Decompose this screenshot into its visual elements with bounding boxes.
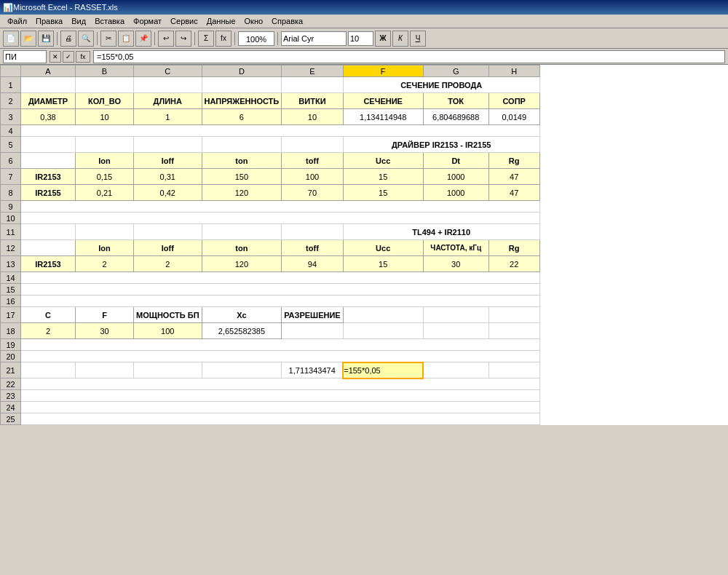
cell-f11-merged[interactable]: TL494 + IR2110 — [343, 224, 539, 240]
italic-button[interactable]: К — [392, 31, 408, 47]
cell-e3[interactable]: 10 — [282, 109, 343, 125]
cell-a12[interactable] — [21, 240, 76, 256]
cell-a13[interactable]: IR2153 — [21, 256, 76, 272]
cell-c3[interactable]: 1 — [134, 109, 202, 125]
cell-c8[interactable]: 0,42 — [134, 185, 202, 201]
cell-b6[interactable]: Ion — [76, 153, 134, 169]
cell-g17[interactable] — [423, 307, 488, 323]
cell-c21[interactable] — [134, 362, 202, 378]
cell-a9[interactable] — [21, 201, 540, 213]
row-25-header[interactable]: 25 — [1, 413, 21, 425]
cell-f18[interactable] — [343, 323, 423, 339]
cell-g13[interactable]: 30 — [423, 256, 488, 272]
cell-a17[interactable]: C — [21, 307, 76, 323]
row-3-header[interactable]: 3 — [1, 109, 21, 125]
row-11-header[interactable]: 11 — [1, 224, 21, 240]
name-box[interactable] — [3, 50, 47, 63]
row-6-header[interactable]: 6 — [1, 153, 21, 169]
row-19-header[interactable]: 19 — [1, 339, 21, 351]
cell-d8[interactable]: 120 — [202, 185, 282, 201]
cell-h18[interactable] — [488, 323, 539, 339]
row-8-header[interactable]: 8 — [1, 185, 21, 201]
cell-c6[interactable]: Ioff — [134, 153, 202, 169]
cell-f12[interactable]: Ucc — [343, 240, 423, 256]
cell-h6[interactable]: Rg — [488, 153, 539, 169]
formula-cancel[interactable]: ✕ — [50, 51, 61, 63]
cell-e1[interactable] — [282, 77, 343, 93]
cell-d1[interactable] — [202, 77, 282, 93]
cell-h7[interactable]: 47 — [488, 169, 539, 185]
paste-button[interactable]: 📌 — [135, 31, 151, 47]
cell-c1[interactable] — [134, 77, 202, 93]
cell-a20[interactable] — [21, 351, 540, 362]
open-button[interactable]: 📂 — [20, 31, 36, 47]
cell-a7[interactable]: IR2153 — [21, 169, 76, 185]
cell-g8[interactable]: 1000 — [423, 185, 488, 201]
cell-a15[interactable] — [21, 284, 540, 296]
menu-window[interactable]: Окно — [240, 16, 268, 26]
cell-f7[interactable]: 15 — [343, 169, 423, 185]
cell-g7[interactable]: 1000 — [423, 169, 488, 185]
cell-e5[interactable] — [282, 137, 343, 153]
menu-view[interactable]: Вид — [67, 16, 90, 26]
redo-button[interactable]: ↪ — [175, 31, 191, 47]
row-1-header[interactable]: 1 — [1, 77, 21, 93]
cell-a16[interactable] — [21, 296, 540, 307]
row-10-header[interactable]: 10 — [1, 213, 21, 224]
row-22-header[interactable]: 22 — [1, 378, 21, 390]
cell-g18[interactable] — [423, 323, 488, 339]
formula-fx[interactable]: fx — [76, 51, 90, 63]
cut-button[interactable]: ✂ — [100, 31, 116, 47]
cell-h12[interactable]: Rg — [488, 240, 539, 256]
row-21-header[interactable]: 21 — [1, 362, 21, 378]
cell-d13[interactable]: 120 — [202, 256, 282, 272]
menu-insert[interactable]: Вставка — [90, 16, 129, 26]
col-c[interactable]: C — [134, 66, 202, 77]
row-13-header[interactable]: 13 — [1, 256, 21, 272]
cell-d11[interactable] — [202, 224, 282, 240]
undo-button[interactable]: ↩ — [158, 31, 174, 47]
cell-e7[interactable]: 100 — [282, 169, 343, 185]
menu-format[interactable]: Формат — [129, 16, 166, 26]
menu-tools[interactable]: Сервис — [166, 16, 202, 26]
cell-a5[interactable] — [21, 137, 76, 153]
preview-button[interactable]: 🔍 — [78, 31, 94, 47]
cell-d5[interactable] — [202, 137, 282, 153]
cell-d3[interactable]: 6 — [202, 109, 282, 125]
cell-f8[interactable]: 15 — [343, 185, 423, 201]
cell-g2[interactable]: ТОК — [423, 93, 488, 109]
save-button[interactable]: 💾 — [38, 31, 54, 47]
cell-b7[interactable]: 0,15 — [76, 169, 134, 185]
cell-a14[interactable] — [21, 272, 540, 284]
row-7-header[interactable]: 7 — [1, 169, 21, 185]
row-24-header[interactable]: 24 — [1, 402, 21, 413]
cell-g6[interactable]: Dt — [423, 153, 488, 169]
cell-f5-merged[interactable]: ДРАЙВЕР IR2153 - IR2155 — [343, 137, 539, 153]
cell-b2[interactable]: КОЛ_ВО — [76, 93, 134, 109]
cell-g21[interactable] — [423, 362, 488, 378]
cell-f3[interactable]: 1,134114948 — [343, 109, 423, 125]
cell-d21[interactable] — [202, 362, 282, 378]
cell-a3[interactable]: 0,38 — [21, 109, 76, 125]
cell-d18[interactable]: 2,652582385 — [202, 323, 282, 339]
cell-c2[interactable]: ДЛИНА — [134, 93, 202, 109]
cell-e17[interactable]: РАЗРЕШЕНИЕ — [282, 307, 343, 323]
cell-c13[interactable]: 2 — [134, 256, 202, 272]
cell-a22[interactable] — [21, 378, 540, 390]
bold-button[interactable]: Ж — [375, 31, 391, 47]
cell-d2[interactable]: НАПРЯЖЕННОСТЬ — [202, 93, 282, 109]
row-18-header[interactable]: 18 — [1, 323, 21, 339]
cell-e12[interactable]: toff — [282, 240, 343, 256]
cell-f6[interactable]: Ucc — [343, 153, 423, 169]
cell-a19[interactable] — [21, 339, 540, 351]
new-button[interactable]: 📄 — [3, 31, 19, 47]
cell-a6[interactable] — [21, 153, 76, 169]
autosum-button[interactable]: Σ — [198, 31, 214, 47]
cell-c12[interactable]: Ioff — [134, 240, 202, 256]
cell-d6[interactable]: ton — [202, 153, 282, 169]
menu-file[interactable]: Файл — [3, 16, 31, 26]
underline-button[interactable]: Ч — [410, 31, 426, 47]
cell-g3[interactable]: 6,804689688 — [423, 109, 488, 125]
cell-a4[interactable] — [21, 125, 540, 137]
cell-e11[interactable] — [282, 224, 343, 240]
